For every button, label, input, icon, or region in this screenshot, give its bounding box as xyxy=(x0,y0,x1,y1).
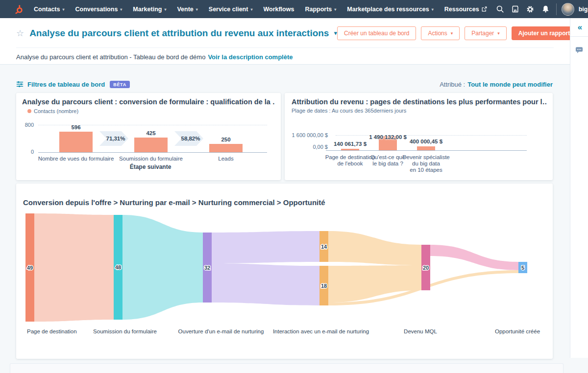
right-rail: « xyxy=(570,18,588,358)
dashboard-filters-link[interactable]: Filtres de tableau de bord xyxy=(27,81,105,88)
chevron-down-icon: ▾ xyxy=(334,7,336,12)
rail-divider xyxy=(570,36,588,37)
x-category-label: Devenir spécialiste du big data en 10 ét… xyxy=(394,154,458,173)
assigned-label: Attribué : xyxy=(440,81,465,88)
avatar[interactable] xyxy=(562,3,574,16)
share-button[interactable]: Partager ▾ xyxy=(465,26,507,40)
y-tick: 800 xyxy=(16,122,34,128)
nav-menu: Contacts▾Conversations▾Marketing▾Vente▾S… xyxy=(28,0,492,18)
chevron-down-icon: ▾ xyxy=(250,7,252,12)
nav-item-workflows[interactable]: Workflows xyxy=(258,0,299,18)
date-range-label: Plage de dates : Au cours des 365dernier… xyxy=(292,108,406,114)
bar-value-label: 250 xyxy=(206,137,245,142)
funnel-bar-leads[interactable] xyxy=(209,144,243,153)
chevron-down-icon: ▾ xyxy=(164,7,166,12)
comments-icon[interactable] xyxy=(570,47,588,54)
external-link-icon xyxy=(482,6,487,12)
revenue-bar-3[interactable] xyxy=(417,146,435,150)
x-axis-line xyxy=(38,152,267,153)
bar-value-label: 400 000,45 $ xyxy=(397,139,456,144)
sankey-link-mql-to-opportunite[interactable] xyxy=(430,245,518,270)
y-tick: 0 xyxy=(16,149,34,155)
chevron-down-icon: ▾ xyxy=(497,31,500,36)
revenue-bar-1[interactable] xyxy=(341,149,359,150)
header-divider xyxy=(16,47,554,48)
dashboard-filter-bar: Filtres de tableau de bord BÊTA Attribué… xyxy=(16,78,553,90)
x-category-label: Leads xyxy=(182,156,270,162)
see-full-description-link[interactable]: Voir la description complète xyxy=(208,53,293,61)
conversion-arrow: 58,82% xyxy=(174,131,203,146)
bar-value-label: 425 xyxy=(131,130,171,136)
sankey-node-value: 48 xyxy=(115,264,121,270)
top-navigation: Contacts▾Conversations▾Marketing▾Vente▾S… xyxy=(0,0,588,18)
sankey-node-value: 32 xyxy=(204,265,210,271)
header-actions: Créer un tableau de bord Actions ▾ Parta… xyxy=(337,26,583,40)
nav-item-ressources[interactable]: Ressources xyxy=(439,0,492,18)
nav-item-marketplace-des-ressources[interactable]: Marketplace des ressources▾ xyxy=(342,0,439,18)
chevron-down-icon: ▾ xyxy=(62,7,64,12)
sankey-node-value: 20 xyxy=(423,265,429,271)
nav-item-contacts[interactable]: Contacts▾ xyxy=(28,0,70,18)
collapse-panel-icon[interactable]: « xyxy=(570,18,588,32)
conversion-arrow: 71,31% xyxy=(99,131,128,146)
settings-icon[interactable] xyxy=(523,1,538,17)
x-axis-line xyxy=(326,150,527,151)
nav-utilities: biglytics.net ▾ xyxy=(492,1,588,17)
sankey-node-value: 18 xyxy=(321,283,327,289)
dashboard-description: Analyse du parcours client et attributio… xyxy=(16,53,205,61)
favorite-star-icon[interactable]: ☆ xyxy=(16,29,24,38)
y-tick: 1 600 000,00 $ xyxy=(285,132,328,138)
funnel-legend: Contacts (nombre) xyxy=(27,108,78,114)
report-card-attribution: Attribution du revenu : pages de destina… xyxy=(285,93,553,180)
actions-button[interactable]: Actions ▾ xyxy=(421,26,460,40)
sankey-node-value: 5 xyxy=(521,265,524,271)
sankey-link-interaction_a-to-mql[interactable] xyxy=(328,231,421,265)
sankey-link-page-to-soumission[interactable] xyxy=(34,213,114,322)
bar-chart-title: Attribution du revenu : pages de destina… xyxy=(292,98,547,106)
funnel-bar-nombre-de-vues-du-formulaire[interactable] xyxy=(59,132,93,152)
marketplace-icon[interactable] xyxy=(508,1,523,17)
dashboard-header: ☆ Analyse du parcours client et attribut… xyxy=(0,18,570,65)
nav-item-vente[interactable]: Vente▾ xyxy=(172,0,203,18)
filters-icon xyxy=(16,81,24,88)
sankey-node-value: 49 xyxy=(27,265,33,271)
x-axis-title: Étape suivante xyxy=(101,163,199,170)
nav-item-marketing[interactable]: Marketing▾ xyxy=(127,0,172,18)
page-title: Analyse du parcours client et attributio… xyxy=(29,28,329,39)
legend-dot xyxy=(27,109,31,113)
create-dashboard-button[interactable]: Créer un tableau de bord xyxy=(337,26,416,40)
funnel-bar-soumission-du-formulaire[interactable] xyxy=(134,138,168,152)
account-name: biglytics.net xyxy=(579,6,588,13)
sankey-node-value: 14 xyxy=(321,244,327,250)
nav-divider xyxy=(556,3,557,15)
account-menu[interactable]: biglytics.net ▾ xyxy=(579,6,588,13)
hubspot-dashboard: Contacts▾Conversations▾Marketing▾Vente▾S… xyxy=(0,0,588,373)
sankey-link-interaction_b-to-mql[interactable] xyxy=(328,265,421,303)
chevron-down-icon: ▾ xyxy=(120,7,122,12)
chevron-down-icon: ▾ xyxy=(451,31,453,36)
next-row-card-partial xyxy=(10,363,564,373)
nav-item-service-client[interactable]: Service client▾ xyxy=(203,0,258,18)
search-icon[interactable] xyxy=(492,1,508,17)
hubspot-logo-icon[interactable] xyxy=(13,4,24,14)
report-card-funnel: Analyse du parcours client : conversion … xyxy=(16,93,281,180)
chevron-down-icon: ▾ xyxy=(432,7,434,12)
sankey-link-ouverture-to-interaction_b[interactable] xyxy=(211,263,319,305)
bar-value-label: 596 xyxy=(56,124,96,130)
report-card-sankey: Conversion depuis l'offre > Nurturing pa… xyxy=(16,184,553,359)
legend-label: Contacts (nombre) xyxy=(34,108,78,114)
notifications-icon[interactable] xyxy=(538,1,553,17)
nav-item-conversations[interactable]: Conversations▾ xyxy=(70,0,128,18)
chevron-down-icon: ▾ xyxy=(196,7,198,12)
bar-value-label: 140 061,73 $ xyxy=(321,141,380,147)
sankey-stage-label-opportunite-creee: Opportunité créée xyxy=(444,328,588,334)
sankey-link-ouverture-to-interaction_a[interactable] xyxy=(211,231,319,263)
assigned-permission-link[interactable]: Tout le monde peut modifier xyxy=(467,81,553,88)
sankey-link-soumission-to-ouverture[interactable] xyxy=(122,215,203,320)
nav-item-rapports[interactable]: Rapports▾ xyxy=(299,0,342,18)
beta-badge: BÊTA xyxy=(110,81,130,88)
funnel-chart-title: Analyse du parcours client : conversion … xyxy=(22,98,275,106)
